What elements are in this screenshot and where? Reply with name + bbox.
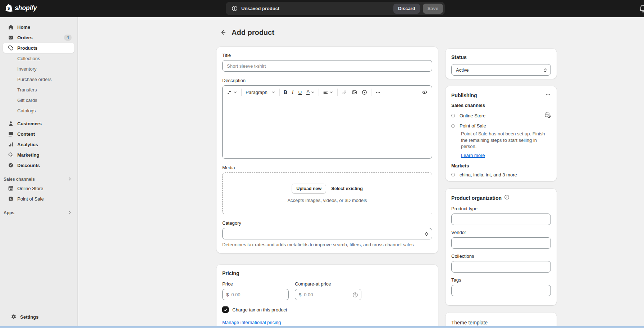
channel-dot-icon xyxy=(451,114,455,117)
markets-value: china, india, int, and 3 more xyxy=(460,172,517,178)
collections-input[interactable] xyxy=(451,261,551,273)
sidebar-item-transfers[interactable]: Transfers xyxy=(3,85,74,95)
chevron-down-icon xyxy=(233,90,237,94)
page-title: Add product xyxy=(232,28,274,37)
publishing-card: Publishing Sales channels Online Store P… xyxy=(446,86,557,181)
save-button[interactable]: Save xyxy=(423,4,443,14)
sidebar-item-analytics[interactable]: Analytics xyxy=(3,139,74,149)
sidebar-item-products[interactable]: Products xyxy=(3,43,74,53)
notifications-bell-icon[interactable] xyxy=(639,4,644,13)
product-type-input[interactable] xyxy=(451,214,551,225)
sidebar-item-home[interactable]: Home xyxy=(3,22,74,32)
code-icon xyxy=(422,90,428,95)
online-store-icon xyxy=(8,185,14,191)
show-html-button[interactable] xyxy=(421,89,428,96)
charge-tax-checkbox-row[interactable]: Charge tax on this product xyxy=(222,306,432,313)
markets-subheading: Markets xyxy=(451,163,551,169)
alert-icon xyxy=(232,5,238,12)
tags-input[interactable] xyxy=(451,285,551,296)
title-input[interactable] xyxy=(222,60,432,72)
svg-text:$: $ xyxy=(10,197,12,201)
product-type-label: Product type xyxy=(451,206,551,211)
link-icon xyxy=(342,90,347,95)
sidebar-item-label: Products xyxy=(17,45,37,51)
schedule-calendar-icon[interactable] xyxy=(544,112,551,120)
toolbar-separator xyxy=(241,89,242,96)
description-textarea[interactable] xyxy=(223,99,432,159)
alignment-button[interactable] xyxy=(322,89,334,96)
sidebar-item-customers[interactable]: Customers xyxy=(3,118,74,129)
charge-tax-label: Charge tax on this product xyxy=(232,307,287,313)
sidebar-item-gift-cards[interactable]: Gift cards xyxy=(3,95,74,105)
compare-at-price-input[interactable] xyxy=(304,292,357,297)
page-header: Add product xyxy=(218,27,274,37)
editor-toolbar: Paragraph B I U A xyxy=(223,86,432,99)
sales-channels-subheading: Sales channels xyxy=(451,103,551,108)
vendor-label: Vendor xyxy=(451,230,551,235)
charge-tax-checkbox[interactable] xyxy=(222,306,229,313)
bar-chart-icon xyxy=(8,141,14,147)
sidebar-item-content[interactable]: Content xyxy=(3,129,74,139)
pricing-title: Pricing xyxy=(222,270,432,276)
back-button[interactable] xyxy=(218,27,228,37)
more-formatting-button[interactable] xyxy=(375,89,382,96)
sales-channels-section-header[interactable]: Sales channels xyxy=(4,177,74,182)
svg-text:S: S xyxy=(8,6,10,10)
compare-at-price-label: Compare-at price xyxy=(295,281,361,287)
sidebar-item-catalogs[interactable]: Catalogs xyxy=(3,105,74,116)
vendor-input[interactable] xyxy=(451,237,551,249)
insert-link-button[interactable] xyxy=(341,89,348,96)
help-question-icon[interactable] xyxy=(352,292,358,299)
shopify-logo[interactable]: S shopify xyxy=(5,4,37,12)
status-card: Status Active xyxy=(446,49,557,79)
channel-row-online-store: Online Store xyxy=(451,112,551,120)
manage-international-pricing-link[interactable]: Manage international pricing xyxy=(222,320,281,325)
sidebar-item-settings[interactable]: Settings xyxy=(6,312,72,322)
media-dropzone[interactable]: Upload new Select existing Accepts image… xyxy=(222,172,432,214)
sidebar-item-online-store[interactable]: Online Store xyxy=(3,183,74,193)
align-left-icon xyxy=(323,90,328,95)
brand-wordmark: shopify xyxy=(15,4,37,12)
channel-row-point-of-sale: Point of Sale xyxy=(451,123,551,129)
channel-label: Online Store xyxy=(460,113,485,118)
status-value: Active xyxy=(456,67,469,73)
description-editor[interactable]: Paragraph B I U A xyxy=(222,85,432,159)
category-select[interactable] xyxy=(222,228,432,239)
select-chevrons-icon xyxy=(543,68,547,74)
discard-button[interactable]: Discard xyxy=(393,4,420,14)
italic-button[interactable]: I xyxy=(291,88,294,96)
chevron-right-icon xyxy=(68,177,72,182)
sidebar-item-point-of-sale[interactable]: $ Point of Sale xyxy=(3,194,74,204)
sidebar-item-orders[interactable]: Orders 4 xyxy=(3,32,74,42)
bold-button[interactable]: B xyxy=(283,88,288,96)
insert-image-button[interactable] xyxy=(351,89,358,96)
insert-video-button[interactable] xyxy=(361,89,368,96)
select-existing-button[interactable]: Select existing xyxy=(331,186,363,191)
sidebar-item-inventory[interactable]: Inventory xyxy=(3,64,74,74)
ai-magic-button[interactable] xyxy=(226,89,238,96)
point-of-sale-icon: $ xyxy=(8,196,14,202)
learn-more-link[interactable]: Learn more xyxy=(461,153,485,158)
upload-new-button[interactable]: Upload new xyxy=(292,184,326,194)
underline-button[interactable]: U xyxy=(298,89,303,96)
status-select[interactable]: Active xyxy=(451,64,551,76)
info-icon[interactable] xyxy=(504,194,510,201)
text-color-button[interactable]: A xyxy=(306,88,315,96)
content-icon xyxy=(8,131,14,137)
compare-price-input-wrap: $ xyxy=(295,289,361,300)
toolbar-separator xyxy=(337,89,338,96)
publishing-menu-button[interactable] xyxy=(545,92,551,99)
publishing-title: Publishing xyxy=(451,93,477,98)
sidebar-item-discounts[interactable]: Discounts xyxy=(3,160,74,170)
price-input[interactable] xyxy=(231,292,285,297)
unsaved-changes-bar: Unsaved product Discard Save xyxy=(226,2,445,15)
sidebar-item-collections[interactable]: Collections xyxy=(3,53,74,63)
description-label: Description xyxy=(222,78,432,83)
media-hint: Accepts images, videos, or 3D models xyxy=(287,198,367,203)
apps-section-header[interactable]: Apps xyxy=(4,210,74,215)
sidebar-item-purchase-orders[interactable]: Purchase orders xyxy=(3,74,74,84)
chevron-right-icon xyxy=(68,210,72,215)
shopify-bag-icon: S xyxy=(5,4,13,12)
paragraph-style-dropdown[interactable]: Paragraph xyxy=(245,89,276,96)
sidebar-item-marketing[interactable]: Marketing xyxy=(3,150,74,160)
